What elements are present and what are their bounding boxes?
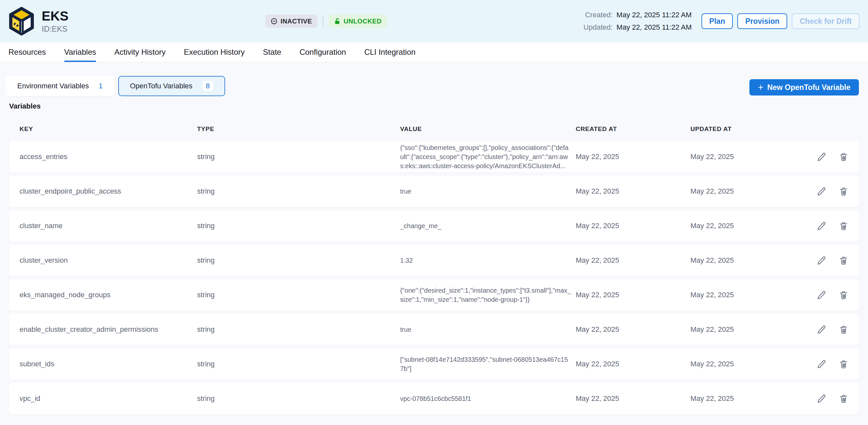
tab-cli-integration[interactable]: CLI Integration (364, 42, 415, 62)
edit-variable-button[interactable] (816, 394, 826, 403)
tab-state[interactable]: State (263, 42, 281, 62)
variable-created-at: May 22, 2025 (576, 222, 690, 230)
delete-variable-button[interactable] (839, 325, 848, 334)
variable-updated-at: May 22, 2025 (690, 325, 808, 334)
table-row: cluster_endpoint_public_access string tr… (9, 176, 859, 207)
delete-variable-button[interactable] (839, 394, 848, 403)
table-row: subnet_ids string ["subnet-08f14e7142d33… (9, 348, 859, 380)
column-header-value: VALUE (400, 125, 576, 133)
tab-activity-history[interactable]: Activity History (114, 42, 165, 62)
delete-variable-button[interactable] (839, 186, 848, 196)
lock-status-badge: UNLOCKED (329, 15, 387, 28)
variable-key: cluster_endpoint_public_access (20, 187, 197, 195)
table-row: vpc_id string vpc-078b51c6cbc5581f1 May … (9, 383, 859, 414)
edit-variable-button[interactable] (816, 255, 826, 265)
edit-variable-button[interactable] (816, 325, 826, 334)
variable-key: eks_managed_node_groups (20, 291, 197, 299)
variable-updated-at: May 22, 2025 (690, 153, 808, 161)
created-label: Created: (584, 11, 613, 19)
plus-icon: + (758, 83, 763, 92)
variable-created-at: May 22, 2025 (576, 256, 690, 265)
table-row: cluster_name string _change_me_ May 22, … (9, 210, 859, 242)
variable-key: subnet_ids (20, 360, 197, 368)
new-opentofu-variable-button[interactable]: + New OpenTofu Variable (749, 79, 859, 95)
edit-variable-button[interactable] (816, 359, 826, 369)
main-tab-bar: ResourcesVariablesActivity HistoryExecut… (0, 42, 868, 62)
badge-divider (322, 16, 323, 26)
table-row: eks_managed_node_groups string {"one":{"… (9, 279, 859, 311)
new-opentofu-variable-label: New OpenTofu Variable (767, 83, 850, 92)
opentofu-variables-label: OpenTofu Variables (130, 82, 192, 90)
tab-opentofu-variables[interactable]: OpenTofu Variables 8 (118, 76, 225, 96)
tab-execution-history[interactable]: Execution History (184, 42, 245, 62)
tab-environment-variables[interactable]: Environment Variables 1 (5, 76, 114, 96)
created-value: May 22, 2025 11:22 AM (617, 11, 692, 19)
updated-label: Updated: (584, 23, 613, 32)
variable-type: string (197, 256, 400, 265)
edit-variable-button[interactable] (816, 221, 826, 231)
tab-variables[interactable]: Variables (64, 42, 96, 62)
variable-updated-at: May 22, 2025 (690, 291, 808, 299)
plan-button[interactable]: Plan (702, 13, 733, 29)
tab-resources[interactable]: Resources (8, 42, 46, 62)
environment-id: ID:EKS (42, 25, 68, 34)
variable-value: vpc-078b51c6cbc5581f1 (400, 394, 576, 403)
provision-button[interactable]: Provision (737, 13, 787, 29)
circle-minus-icon (271, 18, 278, 25)
variable-created-at: May 22, 2025 (576, 360, 690, 368)
variable-key: access_entries (20, 153, 197, 161)
variable-created-at: May 22, 2025 (576, 325, 690, 334)
variable-key: cluster_version (20, 256, 197, 265)
page-title: EKS (42, 9, 68, 23)
environment-header: EKS ID:EKS INACTIVE UNLOCKED C (0, 0, 868, 42)
delete-variable-button[interactable] (839, 221, 848, 231)
delete-variable-button[interactable] (839, 290, 848, 300)
timestamps: Created: May 22, 2025 11:22 AM Updated: … (584, 11, 692, 32)
variable-value: {"sso":{"kubernetes_groups":[],"policy_a… (400, 143, 576, 171)
variable-value: {"one":{"desired_size":1,"instance_types… (400, 286, 576, 304)
edit-variable-button[interactable] (816, 186, 826, 196)
column-header-updated-at: UPDATED AT (690, 125, 808, 133)
variable-updated-at: May 22, 2025 (690, 256, 808, 265)
environment-variables-count: 1 (99, 82, 103, 90)
table-row: enable_cluster_creator_admin_permissions… (9, 314, 859, 345)
variable-type: string (197, 153, 400, 161)
edit-variable-button[interactable] (816, 152, 826, 162)
tab-configuration[interactable]: Configuration (300, 42, 346, 62)
status-badge: INACTIVE (265, 15, 317, 28)
table-row: access_entries string {"sso":{"kubernete… (9, 141, 859, 173)
variable-value: 1.32 (400, 256, 576, 265)
variable-type: string (197, 394, 400, 403)
variable-value: true (400, 325, 576, 334)
variable-created-at: May 22, 2025 (576, 187, 690, 195)
variable-type: string (197, 291, 400, 299)
opentofu-variables-count: 8 (202, 81, 213, 91)
lock-status-badge-label: UNLOCKED (344, 18, 382, 25)
table-header-row: KEYTYPEVALUECREATED ATUPDATED AT (9, 125, 859, 133)
variable-created-at: May 22, 2025 (576, 394, 690, 403)
variables-section-heading: Variables (5, 102, 859, 111)
environment-variables-label: Environment Variables (17, 82, 89, 90)
column-header-created-at: CREATED AT (576, 125, 690, 133)
check-for-drift-button[interactable]: Check for Drift (792, 13, 860, 29)
variable-key: vpc_id (20, 394, 197, 403)
variable-updated-at: May 22, 2025 (690, 360, 808, 368)
variable-type: string (197, 222, 400, 230)
variable-key: cluster_name (20, 222, 197, 230)
variable-value: true (400, 187, 576, 196)
status-badge-label: INACTIVE (281, 18, 312, 25)
table-row: cluster_version string 1.32 May 22, 2025… (9, 245, 859, 276)
variable-type: string (197, 187, 400, 195)
variables-page: Environment Variables 1 OpenTofu Variabl… (0, 62, 868, 414)
edit-variable-button[interactable] (816, 290, 826, 300)
opentofu-cube-logo-icon (8, 7, 34, 35)
column-header-type: TYPE (197, 125, 400, 133)
variable-key: enable_cluster_creator_admin_permissions (20, 325, 197, 334)
variable-value: ["subnet-08f14e7142d333595","subnet-0680… (400, 355, 576, 373)
variables-table: access_entries string {"sso":{"kubernete… (9, 141, 859, 414)
variable-created-at: May 22, 2025 (576, 153, 690, 161)
delete-variable-button[interactable] (839, 359, 848, 369)
delete-variable-button[interactable] (839, 255, 848, 265)
column-header-key: KEY (20, 125, 197, 133)
delete-variable-button[interactable] (839, 152, 848, 162)
